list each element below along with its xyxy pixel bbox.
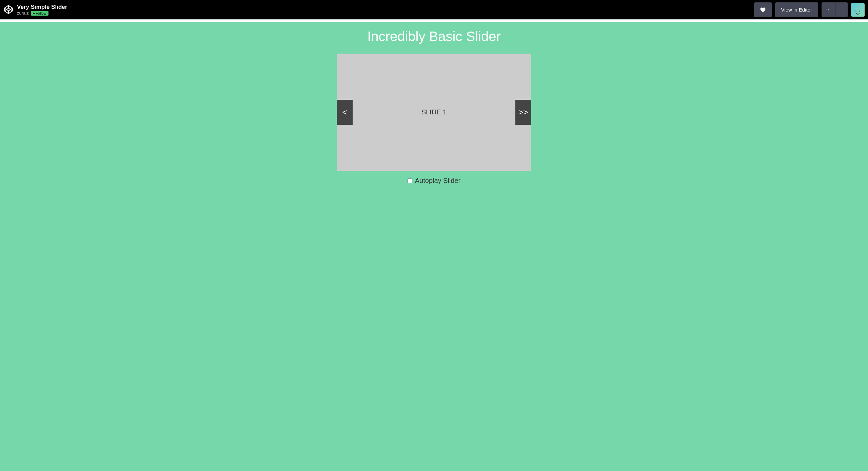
pin-icon	[828, 7, 829, 12]
avatar[interactable]	[851, 3, 865, 17]
autoplay-label: Autoplay Slider	[415, 177, 461, 185]
pin-button[interactable]	[822, 2, 835, 17]
pen-title[interactable]: Very Simple Slider	[17, 4, 67, 11]
pin-button-group	[822, 2, 848, 17]
slider-container: < SLIDE 1 >>	[337, 54, 531, 171]
heart-icon	[760, 7, 766, 13]
love-button[interactable]	[754, 2, 772, 17]
header: Very Simple Slider zuraiz Follow View in…	[0, 0, 868, 19]
pen-author[interactable]: zuraiz	[17, 11, 29, 16]
slider-next-button[interactable]: >>	[515, 100, 531, 125]
view-in-editor-button[interactable]: View in Editor	[775, 2, 818, 17]
pen-meta: zuraiz Follow	[17, 11, 67, 16]
header-left: Very Simple Slider zuraiz Follow	[3, 4, 67, 16]
autoplay-row: Autoplay Slider	[0, 177, 868, 185]
slide-label: SLIDE 1	[421, 108, 447, 116]
codepen-logo-icon[interactable]	[3, 4, 14, 15]
pin-dropdown-button[interactable]	[835, 2, 848, 17]
content-area: Incredibly Basic Slider < SLIDE 1 >> Aut…	[0, 22, 868, 471]
slider-prev-button[interactable]: <	[337, 100, 353, 125]
content-title: Incredibly Basic Slider	[0, 29, 868, 44]
avatar-face	[854, 11, 861, 15]
autoplay-checkbox[interactable]	[408, 178, 412, 183]
pen-info: Very Simple Slider zuraiz Follow	[17, 4, 67, 16]
header-right: View in Editor	[754, 2, 865, 17]
follow-button[interactable]: Follow	[31, 11, 48, 16]
